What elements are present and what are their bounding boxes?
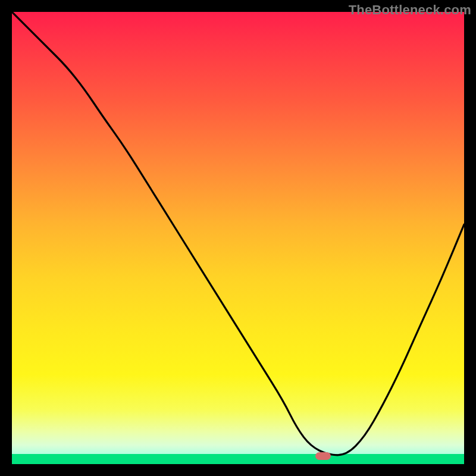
optimum-marker [315,452,331,460]
curve-layer [12,12,464,464]
curve-path [12,12,464,455]
plot-area [12,12,464,464]
chart-frame: TheBottleneck.com [0,0,476,476]
watermark-text: TheBottleneck.com [349,2,471,18]
